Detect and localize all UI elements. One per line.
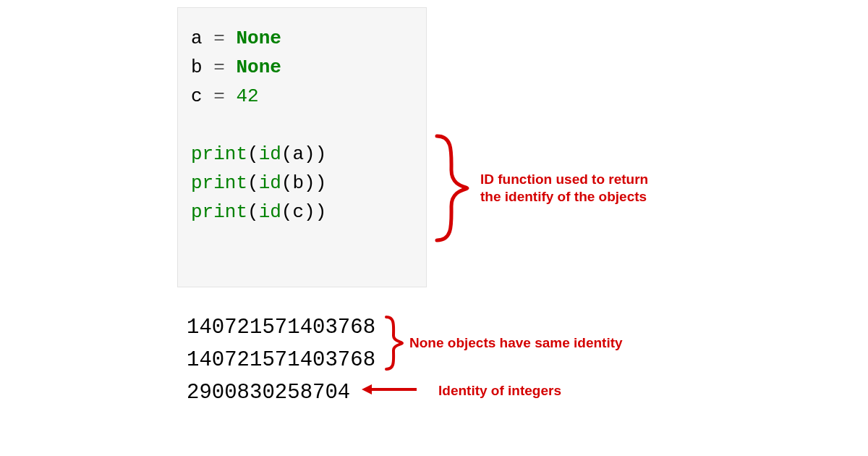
op-eq: = <box>213 56 225 78</box>
fn-id: id <box>259 201 281 223</box>
code-line-5: print(id(a)) <box>191 140 414 169</box>
svg-marker-1 <box>362 384 372 394</box>
code-line-2: b = None <box>191 53 414 82</box>
kw-none: None <box>236 28 281 49</box>
fn-id: id <box>259 143 281 165</box>
output-block: 140721571403768 140721571403768 29008302… <box>187 311 375 409</box>
fn-print: print <box>191 143 247 165</box>
var-a: a <box>191 28 203 49</box>
kw-none: None <box>236 56 281 78</box>
code-line-1: a = None <box>191 24 414 53</box>
arrow-left-icon <box>360 382 418 397</box>
op-eq: = <box>213 28 225 49</box>
num-42: 42 <box>236 85 258 107</box>
var-b: b <box>191 56 203 78</box>
code-line-7: print(id(c)) <box>191 198 414 227</box>
code-line-3: c = 42 <box>191 82 414 111</box>
brace-icon <box>431 130 475 246</box>
diagram-stage: a = None b = None c = 42 print(id(a)) pr… <box>0 0 868 456</box>
arg-c: c <box>292 201 304 223</box>
op-eq: = <box>213 85 225 107</box>
var-c: c <box>191 85 203 107</box>
arg-a: a <box>292 143 304 165</box>
annotation-int-identity: Identity of integers <box>438 382 561 400</box>
output-line-2: 140721571403768 <box>187 344 375 376</box>
fn-id: id <box>259 172 281 194</box>
code-blank <box>191 111 414 140</box>
annotation-none-same: None objects have same identity <box>409 334 623 352</box>
annotation-id-fn: ID function used to return the identify … <box>480 171 648 206</box>
code-line-6: print(id(b)) <box>191 169 414 198</box>
brace-small-icon <box>382 313 407 373</box>
output-line-3: 2900830258704 <box>187 376 375 409</box>
code-block: a = None b = None c = 42 print(id(a)) pr… <box>177 7 427 287</box>
fn-print: print <box>191 201 247 223</box>
arg-b: b <box>292 172 304 194</box>
output-line-1: 140721571403768 <box>187 311 375 344</box>
fn-print: print <box>191 172 247 194</box>
